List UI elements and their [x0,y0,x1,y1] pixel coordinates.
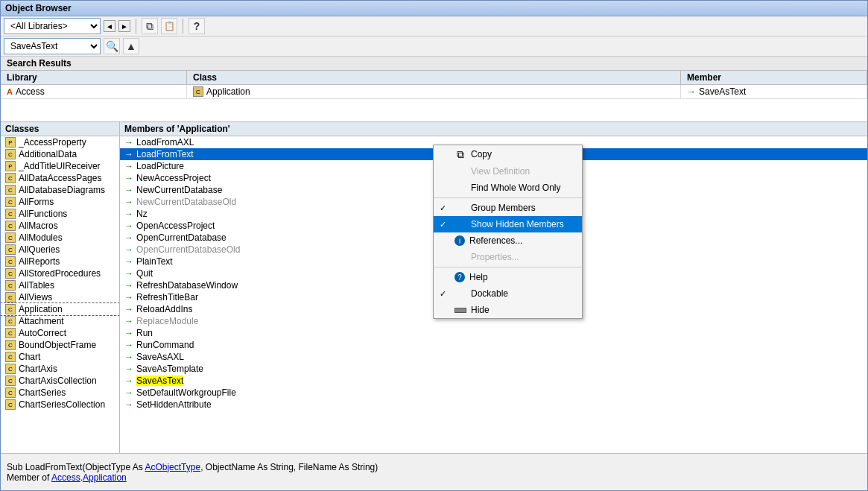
copy-button[interactable]: ⧉ [142,18,158,34]
col-class: Class [187,71,681,84]
member-item-label: RefreshDatabaseWindow [136,280,238,291]
class-item[interactable]: CApplication [1,303,119,315]
member-item-label: ReloadAddIns [136,304,192,314]
result-library: A Access [1,85,187,98]
member-item-icon: → [124,399,133,410]
member-item-label: PlainText [136,256,173,267]
context-menu-item[interactable]: Hide [434,302,582,318]
context-menu-item[interactable]: ✓Group Members [434,200,582,216]
up-button[interactable]: ▲ [123,38,139,54]
class-item[interactable]: CChartAxis [1,363,119,375]
class-item[interactable]: CAllQueries [1,244,119,256]
member-item-icon: → [124,316,133,326]
class-item[interactable]: CAllViews [1,291,119,303]
class-item-icon: C [5,232,16,243]
check-icon: ✓ [440,220,446,229]
back-button[interactable]: ◄ [104,20,115,32]
class-item-icon: C [5,185,16,195]
class-item[interactable]: CAutoCorrect [1,327,119,339]
class-item[interactable]: CAllTables [1,279,119,291]
context-menu-item[interactable]: ?Help [434,269,582,285]
search-dropdown[interactable]: SaveAsText [4,38,101,54]
col-member: Member [681,71,867,84]
member-item-label: SaveAsAXL [136,352,184,362]
classes-list[interactable]: P_AccessPropertyCAdditionalDataP_AddTitl… [1,136,119,453]
search-results-bar: Search Results [1,57,867,71]
class-item-label: AllTables [19,280,54,291]
class-item[interactable]: CAllForms [1,196,119,208]
context-menu-label: Find Whole Word Only [471,183,561,193]
title-bar: Object Browser [1,1,867,16]
link-access[interactable]: Access [51,472,80,483]
member-item-label: RefreshTitleBar [136,292,198,302]
help-button[interactable]: ? [189,18,205,34]
class-item[interactable]: CAllReports [1,256,119,267]
context-menu-item[interactable]: Find Whole Word Only [434,180,582,196]
search-result-row[interactable]: A Access C Application → SaveAsText [1,85,867,99]
member-item-label: LoadPicture [136,161,184,171]
col-library: Library [1,71,187,84]
class-item[interactable]: CChartAxisCollection [1,375,119,387]
context-menu-item[interactable]: View Definition [434,163,582,180]
class-item[interactable]: CChart [1,351,119,363]
class-item[interactable]: CAdditionalData [1,148,119,160]
class-item-label: _AccessProperty [19,137,86,148]
class-item-icon: C [5,387,16,398]
member-item-label: SetDefaultWorkgroupFile [136,387,236,398]
forward-button[interactable]: ► [118,20,130,32]
class-item[interactable]: P_AddTitleUIReceiver [1,160,119,172]
class-icon: C [193,86,203,97]
context-menu-item[interactable]: ✓Show Hidden Members [434,216,582,232]
member-item-icon: → [124,352,133,362]
class-item[interactable]: CBoundObjectFrame [1,339,119,351]
class-item-label: AllStoredProcedures [19,268,101,279]
context-menu-item[interactable]: Properties... [434,249,582,265]
member-item[interactable]: →SetDefaultWorkgroupFile [120,387,867,399]
paste-button[interactable]: 📋 [161,18,177,34]
class-item[interactable]: P_AccessProperty [1,136,119,148]
member-item[interactable]: →SetHiddenAttribute [120,399,867,411]
member-item-label: OpenCurrentDatabase [136,232,226,243]
class-item-label: AllModules [19,232,63,243]
class-item-label: AllFunctions [19,209,67,219]
context-menu-item[interactable]: iReferences... [434,232,582,249]
context-menu-item[interactable]: ✓Dockable [434,285,582,302]
class-item[interactable]: CAllModules [1,232,119,244]
class-item-icon: C [5,376,16,386]
class-item-label: Attachment [19,316,64,326]
copy-icon: ⧉ [454,148,466,160]
link-acobjecttype[interactable]: AcObjectType [145,462,200,472]
member-item[interactable]: →SaveAsTemplate [120,363,867,375]
class-item[interactable]: CAllMacros [1,220,119,232]
context-menu-separator [434,197,582,198]
class-item-icon: C [5,268,16,279]
search-button[interactable]: 🔍 [104,38,120,54]
class-item[interactable]: CChartSeries [1,387,119,399]
context-menu-label: Properties... [471,252,519,262]
member-item[interactable]: →SaveAsAXL [120,351,867,363]
class-item-icon: C [5,221,16,231]
member-item[interactable]: →SaveAsText [120,375,867,387]
class-item-label: Chart [19,352,40,362]
member-item[interactable]: →RunCommand [120,339,867,351]
class-item[interactable]: CAllStoredProcedures [1,267,119,279]
class-item-icon: C [5,304,16,314]
library-dropdown[interactable]: <All Libraries> [4,18,101,34]
class-item[interactable]: CAllDataAccessPages [1,172,119,184]
class-item-icon: C [5,149,16,159]
member-item-icon: → [124,364,133,374]
member-item[interactable]: →Run [120,327,867,339]
class-item[interactable]: CAllDatabaseDiagrams [1,184,119,196]
references-icon: i [454,235,465,246]
context-menu-item[interactable]: ⧉Copy [434,145,582,163]
class-item[interactable]: CChartSeriesCollection [1,399,119,411]
member-item-label: OpenCurrentDatabaseOld [136,244,240,255]
member-item-icon: → [124,244,133,255]
link-application[interactable]: Application [83,472,127,483]
class-item-icon: C [5,244,16,255]
context-menu-label: Show Hidden Members [471,219,564,229]
class-item[interactable]: CAllFunctions [1,208,119,220]
member-item-label: OpenAccessProject [136,221,215,231]
class-item-label: BoundObjectFrame [19,340,96,350]
class-item[interactable]: CAttachment [1,315,119,327]
